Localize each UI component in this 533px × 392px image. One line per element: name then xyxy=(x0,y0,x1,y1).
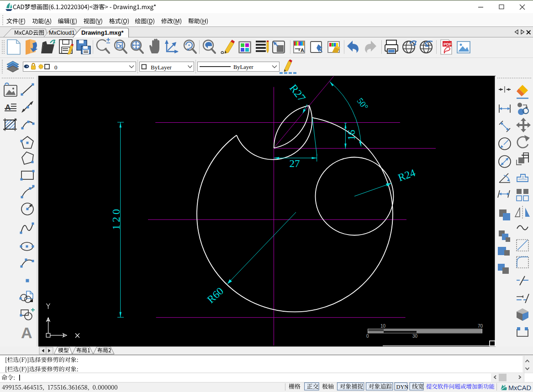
svg-text:70: 70 xyxy=(478,324,483,329)
svg-text:MxCAD: MxCAD xyxy=(508,384,531,392)
svg-text:PDF: PDF xyxy=(443,42,452,47)
svg-text:10: 10 xyxy=(380,324,386,329)
svg-text:30: 30 xyxy=(412,334,418,339)
svg-text:120: 120 xyxy=(110,207,122,230)
svg-text:A: A xyxy=(301,47,304,53)
svg-text:0: 0 xyxy=(54,64,58,71)
svg-text:A: A xyxy=(21,324,32,341)
svg-text:16: 16 xyxy=(346,130,357,141)
svg-text:ByLayer: ByLayer xyxy=(233,64,254,70)
svg-text:27: 27 xyxy=(290,158,300,169)
svg-text:MxCloud1: MxCloud1 xyxy=(49,30,75,36)
svg-text:DYN: DYN xyxy=(396,384,409,390)
svg-text:ByLayer: ByLayer xyxy=(151,64,172,71)
svg-text:Drawing1.mxg*: Drawing1.mxg* xyxy=(81,29,123,36)
svg-text:0: 0 xyxy=(366,334,369,339)
